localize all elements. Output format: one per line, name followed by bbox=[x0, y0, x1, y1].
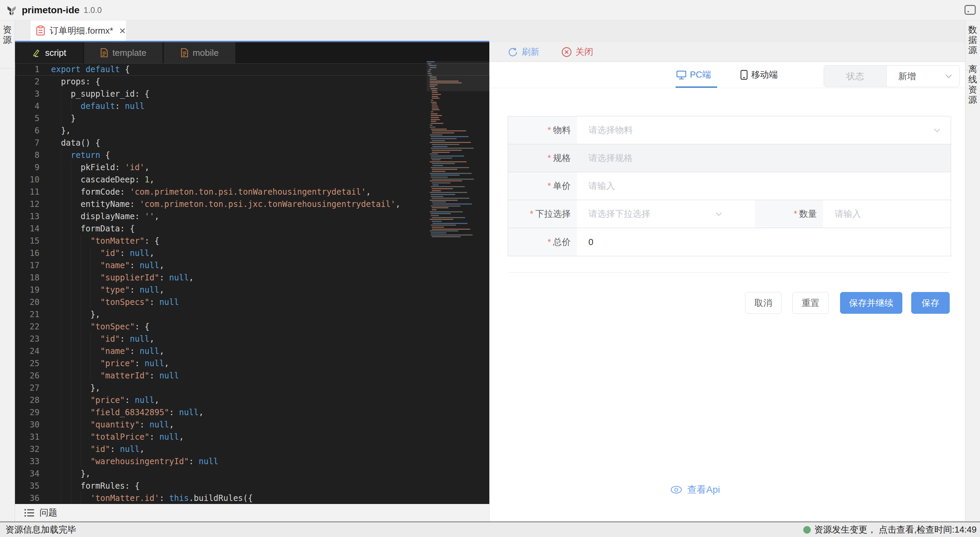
spec-input[interactable] bbox=[577, 144, 951, 172]
indent-guide bbox=[81, 235, 81, 247]
tab-script[interactable]: script bbox=[15, 42, 83, 63]
panel-toggle-icon[interactable] bbox=[964, 5, 976, 15]
close-preview-button[interactable]: 关闭 bbox=[561, 46, 593, 58]
save-and-continue-button[interactable]: 保存并继续 bbox=[840, 292, 902, 314]
code-line[interactable]: 22 "tonSpec": { bbox=[15, 321, 489, 333]
indent-guide bbox=[61, 210, 61, 222]
line-number: 20 bbox=[15, 296, 40, 308]
minimap-line bbox=[431, 175, 460, 176]
line-number: 1 bbox=[15, 63, 40, 76]
code-line[interactable]: 28 "price": null, bbox=[15, 394, 489, 406]
tab-pc[interactable]: PC端 bbox=[676, 69, 711, 81]
sidebar-item-resources[interactable]: 资源 bbox=[2, 24, 13, 45]
code-line[interactable]: 25 "price": null, bbox=[15, 357, 489, 370]
preview-toolbar: 刷新 关闭 bbox=[490, 42, 965, 62]
code-line[interactable]: 8 return { bbox=[15, 149, 489, 161]
code-text: "field_68342895": null, bbox=[51, 408, 204, 417]
tab-mobile-label: mobile bbox=[193, 48, 219, 58]
indent-guide bbox=[71, 443, 71, 455]
cancel-button[interactable]: 取消 bbox=[745, 292, 781, 314]
code-line[interactable]: 16 "id": null, bbox=[15, 247, 489, 259]
code-line[interactable]: 14 formData: { bbox=[15, 222, 489, 235]
spec-select[interactable] bbox=[577, 144, 951, 172]
material-input[interactable] bbox=[577, 116, 951, 144]
code-line[interactable]: 19 "type": null, bbox=[15, 284, 489, 296]
problems-bar[interactable]: 问题 bbox=[15, 504, 489, 521]
code-line[interactable]: 6 }, bbox=[15, 124, 489, 137]
reset-button[interactable]: 重置 bbox=[792, 292, 829, 314]
minimap-slider[interactable] bbox=[427, 61, 489, 91]
right-sidebar-strip: 数据源 离线资源 bbox=[965, 21, 980, 521]
code-line[interactable]: 17 "name": null, bbox=[15, 259, 489, 272]
code-text: data() { bbox=[51, 138, 100, 148]
code-line[interactable]: 4 default: null bbox=[15, 100, 489, 112]
refresh-button[interactable]: 刷新 bbox=[508, 46, 539, 58]
code-line[interactable]: 24 "name": null, bbox=[15, 345, 489, 357]
code-line[interactable]: 26 "matterId": null bbox=[15, 370, 489, 382]
code-line[interactable]: 5 } bbox=[15, 112, 489, 124]
view-api-link[interactable]: 查看Api bbox=[670, 483, 720, 496]
minimap[interactable] bbox=[427, 61, 487, 265]
status-message-right[interactable]: 资源发生变更， 点击查看,检查时间:14:49 bbox=[803, 524, 977, 535]
code-line[interactable]: 29 "field_68342895": null, bbox=[15, 406, 489, 419]
close-tab-icon[interactable]: × bbox=[119, 25, 126, 36]
line-number: 22 bbox=[15, 321, 40, 333]
code-line[interactable]: 20 "tonSpecs": null bbox=[15, 296, 489, 308]
code-line[interactable]: 35 formRules: { bbox=[15, 480, 489, 492]
unit-price-field[interactable] bbox=[577, 172, 951, 200]
unit-price-input[interactable] bbox=[577, 172, 951, 200]
code-line[interactable]: 30 "quantity": null, bbox=[15, 419, 489, 431]
sidebar-item-datasource[interactable]: 数据源 bbox=[968, 24, 978, 55]
code-line[interactable]: 7 data() { bbox=[15, 137, 489, 149]
code-line[interactable]: 15 "tonMatter": { bbox=[15, 235, 489, 247]
material-select[interactable] bbox=[577, 116, 951, 144]
code-line[interactable]: 34 }, bbox=[15, 467, 489, 480]
save-button[interactable]: 保存 bbox=[911, 292, 950, 314]
code-line[interactable]: 9 pkField: 'id', bbox=[15, 161, 489, 173]
indent-guide bbox=[81, 382, 81, 394]
eye-icon bbox=[670, 485, 682, 494]
code-line[interactable]: 12 entityName: 'com.primeton.ton.psi.jxc… bbox=[15, 198, 489, 210]
line-number: 34 bbox=[15, 467, 40, 480]
code-line[interactable]: 2 props: { bbox=[15, 76, 489, 88]
minimap-line bbox=[432, 188, 453, 189]
dropdown-select[interactable] bbox=[577, 200, 755, 228]
code-line[interactable]: 18 "supplierId": null, bbox=[15, 272, 489, 284]
state-select[interactable]: 新增 bbox=[887, 66, 959, 87]
indent-guide bbox=[71, 382, 71, 394]
code-line[interactable]: 32 "id": null, bbox=[15, 443, 489, 455]
tab-template[interactable]: template bbox=[84, 42, 162, 63]
tab-mobile[interactable]: mobile bbox=[164, 42, 235, 63]
line-number: 16 bbox=[15, 247, 40, 259]
minimap-line bbox=[430, 154, 438, 154]
minimap-line bbox=[431, 196, 444, 197]
code-line[interactable]: 31 "totalPrice": null, bbox=[15, 431, 489, 443]
code-line[interactable]: 10 cascadeDeep: 1, bbox=[15, 173, 489, 186]
minimap-line bbox=[431, 156, 465, 157]
code-line[interactable]: 13 displayName: '', bbox=[15, 210, 489, 222]
minimap-line bbox=[431, 194, 456, 195]
minimap-line bbox=[430, 219, 453, 220]
quantity-input[interactable] bbox=[823, 200, 951, 228]
form-row-dropdown-quantity: 下拉选择 数量 bbox=[508, 200, 951, 228]
code-line[interactable]: 1export default { bbox=[15, 63, 489, 76]
code-line[interactable]: 33 "warehousingentryId": null bbox=[15, 455, 489, 467]
code-line[interactable]: 36 'tonMatter.id': this.buildRules({ bbox=[15, 492, 489, 504]
tab-script-label: script bbox=[45, 48, 66, 58]
minimap-line bbox=[430, 134, 443, 135]
code-line[interactable]: 11 formCode: 'com.primeton.ton.psi.tonWa… bbox=[15, 186, 489, 198]
dropdown-input[interactable] bbox=[577, 200, 755, 228]
code-line[interactable]: 21 }, bbox=[15, 308, 489, 321]
code-text: displayName: '', bbox=[51, 212, 159, 221]
view-api-label: 查看Api bbox=[687, 483, 720, 496]
code-editor[interactable]: script template mobile bbox=[15, 42, 489, 504]
quantity-field[interactable] bbox=[823, 200, 951, 228]
code-area[interactable]: 1export default {2 props: {3 p_supplier_… bbox=[15, 63, 489, 504]
tab-mobile-preview[interactable]: 移动端 bbox=[740, 69, 778, 81]
indent-guide bbox=[71, 222, 71, 235]
code-line[interactable]: 3 p_supplier_id: { bbox=[15, 88, 489, 100]
code-line[interactable]: 27 }, bbox=[15, 382, 489, 394]
code-line[interactable]: 23 "id": null, bbox=[15, 333, 489, 345]
file-tab-order-detail[interactable]: 订单明细.formx* × bbox=[31, 21, 126, 41]
code-text: } bbox=[51, 114, 76, 123]
